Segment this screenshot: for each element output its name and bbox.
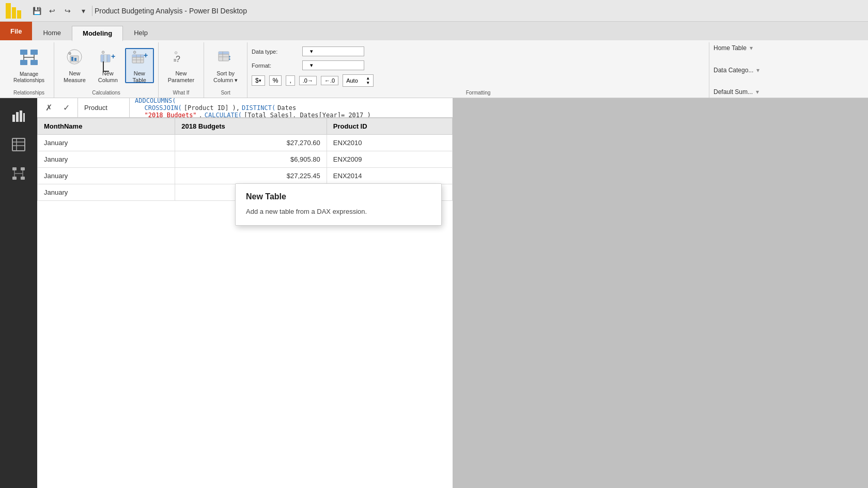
sidebar-icon-barchart[interactable] bbox=[6, 103, 31, 128]
formula-input[interactable]: ADDCOLUMNS( CROSSJOIN( [Product ID] ), D… bbox=[130, 98, 453, 117]
home-table-label: Home Table bbox=[714, 44, 747, 52]
undo-button[interactable]: ↩ bbox=[45, 4, 59, 18]
sidebar-icon-table[interactable] bbox=[6, 132, 31, 157]
percent-button[interactable]: % bbox=[269, 75, 282, 86]
new-table-label: NewTable bbox=[133, 70, 146, 84]
redo-button[interactable]: ↪ bbox=[61, 4, 74, 18]
whatif-buttons: ⚙ ? ≡ NewParameter bbox=[163, 43, 199, 88]
format-label: Format: bbox=[252, 62, 298, 69]
tooltip-body: Add a new table from a DAX expression. bbox=[246, 207, 431, 217]
col-monthname: MonthName bbox=[38, 118, 175, 135]
content-area: ✗ ✓ Product ADDCOLUMNS( CROSSJOIN( [Prod… bbox=[37, 98, 453, 488]
col-budgets: 2018 Budgets bbox=[175, 118, 327, 135]
right-panel bbox=[453, 98, 868, 488]
svg-rect-41 bbox=[16, 112, 19, 122]
auto-down[interactable]: ▼ bbox=[366, 81, 370, 85]
comma-button[interactable]: , bbox=[286, 75, 295, 86]
cell-month-2: January bbox=[38, 151, 175, 168]
quick-access-dropdown[interactable]: ▾ bbox=[76, 4, 90, 18]
svg-rect-44 bbox=[12, 138, 25, 151]
ribbon-tab-bar: File Home Modeling Help bbox=[0, 22, 868, 40]
cell-month-1: January bbox=[38, 135, 175, 151]
home-table-row: Home Table ▾ bbox=[714, 44, 860, 52]
sort-by-column-label: Sort byColumn ▾ bbox=[213, 70, 238, 84]
ribbon-group-relationships: ManageRelationships Relationships bbox=[4, 42, 54, 98]
svg-text:⚙: ⚙ bbox=[101, 50, 105, 55]
formatting-group-label: Formatting bbox=[252, 88, 705, 98]
cell-product-1: ENX2010 bbox=[327, 135, 452, 151]
svg-rect-25 bbox=[132, 55, 144, 57]
table-row: January $6,905.80 ENX2009 bbox=[38, 151, 453, 168]
formula-controls: ✗ ✓ bbox=[37, 98, 78, 117]
format-buttons-row: $▾ % , .0→ ←.0 Auto ▲ ▼ bbox=[252, 73, 705, 88]
manage-relationships-button[interactable]: ManageRelationships bbox=[8, 48, 50, 83]
svg-rect-50 bbox=[12, 177, 17, 180]
svg-rect-18 bbox=[104, 55, 107, 62]
tab-home[interactable]: Home bbox=[32, 25, 72, 40]
data-category-label: Data Catego... bbox=[714, 67, 753, 74]
svg-text:+: + bbox=[144, 51, 148, 59]
data-type-label: Data type: bbox=[252, 49, 298, 55]
format-row: Format: ▾ bbox=[252, 59, 705, 71]
ribbon-group-sort: ↕ Sort byColumn ▾ Sort bbox=[204, 42, 247, 98]
cell-month-4: January bbox=[38, 184, 175, 201]
svg-rect-42 bbox=[20, 111, 22, 122]
svg-rect-0 bbox=[6, 3, 11, 19]
data-type-row: Data type: ▾ bbox=[252, 45, 705, 57]
svg-rect-13 bbox=[71, 57, 73, 61]
formula-text: ADDCOLUMNS( CROSSJOIN( [Product ID] ), D… bbox=[135, 98, 447, 117]
formula-confirm-button[interactable]: ✓ bbox=[59, 101, 73, 115]
cell-product-3: ENX2014 bbox=[327, 168, 452, 184]
new-parameter-label: NewParameter bbox=[168, 70, 194, 84]
cell-product-2: ENX2009 bbox=[327, 151, 452, 168]
relationships-buttons: ManageRelationships bbox=[8, 43, 50, 88]
ribbon-group-whatif: ⚙ ? ≡ NewParameter What If bbox=[159, 42, 204, 98]
auto-input[interactable]: Auto ▲ ▼ bbox=[343, 74, 374, 87]
new-table-button[interactable]: ⚙ + NewTable bbox=[125, 48, 154, 83]
formula-bar: ✗ ✓ Product ADDCOLUMNS( CROSSJOIN( [Prod… bbox=[37, 98, 453, 118]
calculations-buttons: ⚙ NewMeasure ⚙ bbox=[58, 43, 154, 88]
format-dropdown[interactable]: ▾ bbox=[302, 60, 364, 70]
svg-rect-48 bbox=[12, 167, 17, 170]
cell-budget-3: $27,225.45 bbox=[175, 168, 327, 184]
default-sum-row: Default Sum... ▾ bbox=[714, 88, 860, 96]
col-productid: Product ID bbox=[327, 118, 452, 135]
calculations-group-label: Calculations bbox=[58, 88, 154, 98]
whatif-group-label: What If bbox=[163, 88, 199, 98]
ribbon-content: ManageRelationships Relationships ⚙ NewM… bbox=[0, 40, 868, 98]
title-bar: 💾 ↩ ↪ ▾ Product Budgeting Analysis - Pow… bbox=[0, 0, 868, 22]
new-measure-button[interactable]: ⚙ NewMeasure bbox=[58, 48, 91, 83]
svg-rect-17 bbox=[101, 55, 104, 62]
svg-rect-43 bbox=[23, 113, 25, 122]
auto-up[interactable]: ▲ bbox=[366, 76, 370, 81]
save-button[interactable]: 💾 bbox=[30, 4, 43, 18]
tab-modeling[interactable]: Modeling bbox=[72, 26, 123, 41]
new-table-icon: ⚙ + bbox=[130, 48, 149, 69]
window-title: Product Budgeting Analysis - Power BI De… bbox=[95, 7, 247, 15]
svg-text:↕: ↕ bbox=[228, 53, 231, 61]
tab-help[interactable]: Help bbox=[123, 25, 159, 40]
cell-budget-2: $6,905.80 bbox=[175, 151, 327, 168]
currency-button[interactable]: $▾ bbox=[252, 75, 265, 86]
svg-rect-19 bbox=[107, 55, 110, 62]
ribbon-group-formatting: Data type: ▾ Format: ▾ $▾ % , .0→ ←.0 Au… bbox=[247, 42, 709, 98]
sidebar bbox=[0, 98, 37, 488]
sort-by-column-button[interactable]: ↕ Sort byColumn ▾ bbox=[208, 48, 243, 83]
new-parameter-button[interactable]: ⚙ ? ≡ NewParameter bbox=[163, 48, 199, 83]
decrease-decimals-button[interactable]: ←.0 bbox=[321, 76, 338, 85]
svg-text:⚙: ⚙ bbox=[133, 50, 136, 55]
tab-file[interactable]: File bbox=[0, 22, 32, 40]
sort-by-column-icon: ↕ bbox=[216, 48, 235, 69]
svg-text:+: + bbox=[111, 52, 115, 60]
cell-month-3: January bbox=[38, 168, 175, 184]
new-measure-label: NewMeasure bbox=[64, 70, 86, 84]
sidebar-icon-relationship[interactable] bbox=[6, 161, 31, 186]
sort-buttons: ↕ Sort byColumn ▾ bbox=[208, 43, 243, 88]
table-area: MonthName 2018 Budgets Product ID Januar… bbox=[37, 118, 453, 488]
svg-rect-35 bbox=[219, 52, 229, 54]
formula-cancel-button[interactable]: ✗ bbox=[41, 101, 56, 115]
svg-rect-40 bbox=[12, 115, 15, 122]
default-sum-label: Default Sum... bbox=[714, 88, 753, 96]
data-type-dropdown[interactable]: ▾ bbox=[302, 46, 364, 56]
increase-decimals-button[interactable]: .0→ bbox=[299, 76, 317, 85]
